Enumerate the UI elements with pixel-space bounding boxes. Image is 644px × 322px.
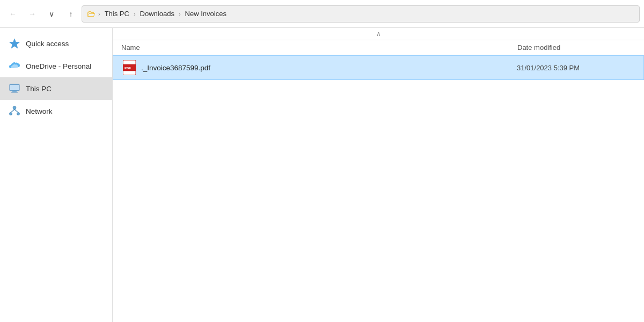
breadcrumb-separator-0: › bbox=[98, 11, 100, 17]
sidebar-item-onedrive[interactable]: OneDrive - Personal bbox=[0, 55, 112, 77]
up-button[interactable]: ↑ bbox=[62, 5, 79, 23]
up-icon: ↑ bbox=[69, 10, 73, 18]
header-name[interactable]: Name bbox=[121, 43, 517, 52]
breadcrumb-separator-2: › bbox=[179, 11, 181, 17]
sidebar-label-this-pc: This PC bbox=[26, 85, 52, 93]
breadcrumb-separator-1: › bbox=[134, 11, 136, 17]
breadcrumb-downloads[interactable]: Downloads bbox=[138, 9, 177, 19]
sidebar-item-this-pc[interactable]: This PC bbox=[0, 77, 112, 100]
header-date-modified[interactable]: Date modified bbox=[517, 43, 635, 52]
sidebar-label-network: Network bbox=[26, 107, 53, 115]
breadcrumb[interactable]: 🗁 › This PC › Downloads › New Invoices bbox=[82, 5, 640, 23]
sidebar-label-onedrive: OneDrive - Personal bbox=[26, 62, 91, 70]
svg-text:PDF: PDF bbox=[125, 67, 131, 70]
svg-point-5 bbox=[13, 106, 16, 109]
pdf-file-icon: PDF bbox=[122, 60, 137, 75]
forward-icon: → bbox=[28, 10, 36, 18]
file-area: ∧ Name Date modified PDF ._Invoice368759… bbox=[113, 28, 644, 322]
nav-bar: ← → ∨ ↑ 🗁 › This PC › Downloads › New In… bbox=[0, 0, 644, 28]
breadcrumb-new-invoices[interactable]: New Invoices bbox=[183, 9, 229, 19]
svg-rect-2 bbox=[10, 85, 19, 90]
cloud-icon bbox=[9, 60, 20, 72]
forward-button[interactable]: → bbox=[24, 5, 41, 23]
file-date-modified: 31/01/2023 5:39 PM bbox=[517, 64, 635, 72]
breadcrumb-this-pc[interactable]: This PC bbox=[103, 9, 131, 19]
back-button[interactable]: ← bbox=[4, 5, 21, 23]
sidebar-label-quick-access: Quick access bbox=[26, 40, 69, 48]
main-area: Quick access OneDrive - Personal bbox=[0, 28, 644, 322]
svg-line-9 bbox=[14, 109, 18, 113]
dropdown-button[interactable]: ∨ bbox=[43, 5, 60, 23]
computer-icon bbox=[9, 83, 20, 94]
table-row[interactable]: PDF ._Invoice3687599.pdf 31/01/2023 5:39… bbox=[113, 55, 644, 80]
svg-marker-0 bbox=[10, 39, 20, 48]
sidebar-item-quick-access[interactable]: Quick access bbox=[0, 32, 112, 55]
folder-icon: 🗁 bbox=[86, 9, 96, 19]
file-name: ._Invoice3687599.pdf bbox=[141, 64, 517, 72]
sidebar-item-network[interactable]: Network bbox=[0, 100, 112, 122]
svg-point-6 bbox=[10, 113, 12, 115]
file-list-header: Name Date modified bbox=[113, 40, 644, 55]
sort-bar[interactable]: ∧ bbox=[113, 28, 644, 40]
svg-rect-4 bbox=[11, 92, 18, 93]
sort-up-arrow[interactable]: ∧ bbox=[376, 30, 381, 38]
network-icon bbox=[9, 105, 20, 117]
sidebar: Quick access OneDrive - Personal bbox=[0, 28, 113, 322]
svg-point-7 bbox=[17, 113, 20, 115]
dropdown-icon: ∨ bbox=[49, 10, 54, 18]
svg-rect-3 bbox=[12, 91, 17, 92]
star-icon bbox=[9, 38, 20, 49]
back-icon: ← bbox=[9, 10, 17, 18]
svg-line-8 bbox=[11, 109, 14, 113]
